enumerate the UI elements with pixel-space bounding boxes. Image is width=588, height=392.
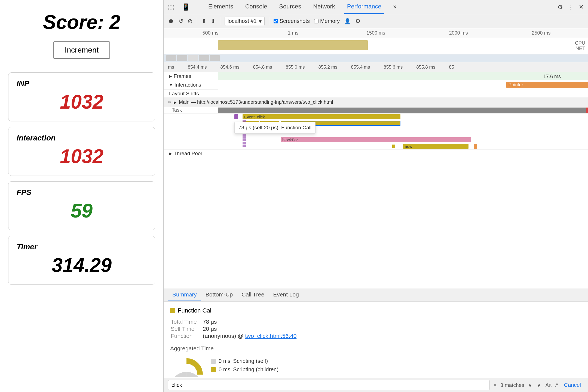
url-selector[interactable]: localhost #1 ▾ [225,17,265,26]
tick-2000: 2000 ms [417,30,500,36]
regex-button[interactable]: .* [555,382,558,388]
tab-sources[interactable]: Sources [276,0,304,14]
tooltip: 78 μs (self 20 μs) Function Call [234,122,316,134]
thread-pool-triangle[interactable]: ▶ [169,151,172,156]
memory-checkbox[interactable] [314,19,318,23]
task-track-row: Task [164,107,588,114]
layout-shifts-content [218,90,588,97]
self-time-value: 20 μs [203,326,297,332]
interactions-track-row: ▼ Interactions Pointer [164,80,588,90]
detail-ruler: ms 854.4 ms 854.6 ms 854.8 ms 855.0 ms 8… [164,62,588,72]
detail-table: Total Time 78 μs Self Time 20 μs Functio… [170,318,297,340]
function-row: Function (anonymous) @ two_click.html:56… [171,333,296,339]
close-icon[interactable]: ✕ [579,4,584,11]
timer-label: Timer [17,243,147,251]
settings-perf-icon[interactable]: ⚙ [355,18,361,25]
summary-tab[interactable]: Summary [168,289,201,301]
layout-shifts-label-text: Layout Shifts [169,91,199,97]
yellow-small-bar [392,145,395,148]
tab-more[interactable]: » [391,0,399,14]
layout-shifts-track-row: Layout Shifts [164,90,588,98]
event-log-tab[interactable]: Event Log [269,289,303,301]
inspect-icon[interactable]: ⬚ [168,3,174,11]
match-case-button[interactable]: Aa [546,382,552,388]
tab-elements[interactable]: Elements [206,0,236,14]
interactions-track-content: Pointer [218,80,588,90]
function-label: Function [171,333,202,339]
clear-icon[interactable]: ⊘ [188,18,192,25]
agg-color-scripting-self [211,359,216,364]
function-value: (anonymous) @ two_click.html:56:40 [203,333,297,339]
net-label: NET [575,46,585,51]
more-icon[interactable]: ⋮ [568,4,574,11]
download-icon[interactable]: ⬇ [211,18,216,25]
prev-match-button[interactable]: ∧ [526,381,533,389]
now-area: now [218,143,588,149]
agg-label-scripting-self: Scripting (self) [233,358,268,364]
increment-button[interactable]: Increment [53,41,110,59]
fps-card: FPS 59 [8,181,155,230]
gear-icon[interactable]: ⚙ [558,4,563,11]
tab-console[interactable]: Console [243,0,270,14]
inp-card: INP 1032 [8,72,155,121]
bottom-up-tab[interactable]: Bottom-Up [201,289,237,301]
timer-value: 314.29 [17,254,147,276]
person-icon[interactable]: 👤 [344,18,351,24]
now-bar: now [403,144,468,149]
thread-pool-label: ▶ Thread Pool [164,151,218,157]
frames-label-text: Frames [174,73,191,79]
blockfor-area: blockFor [218,136,588,143]
thread-pool-row: ▶ Thread Pool [164,150,588,157]
record-icon[interactable]: ⏺ [168,18,174,25]
interactions-triangle[interactable]: ▼ [169,83,173,87]
search-input[interactable] [168,380,490,390]
screenshot-strip [164,54,588,62]
function-link[interactable]: two_click.html:56:40 [245,333,296,339]
reload-icon[interactable]: ↺ [178,18,183,25]
upload-icon[interactable]: ⬆ [201,18,206,25]
tick-1000: 1 ms [252,30,335,36]
pencil-icon[interactable]: ✏ [168,100,171,105]
donut-area: 0 ms Scripting (self) 0 ms Scripting (ch… [170,356,581,377]
dtick-854_8: 854.8 ms [253,65,272,70]
bottom-content-area: Function Call Total Time 78 μs Self Time… [164,302,588,378]
url-text: localhost #1 [228,18,257,24]
function-call-title: Function Call [178,307,213,314]
total-time-label: Total Time [171,318,202,325]
agg-value-scripting-children: 0 ms [219,366,230,373]
event-click-bar[interactable]: Event: click [243,114,400,119]
fps-label: FPS [17,188,147,197]
dtick-85: 85 [449,65,454,70]
fps-value: 59 [17,200,147,222]
screenshots-label: Screenshots [280,18,310,24]
donut-chart [170,356,203,377]
now-label: now [405,144,412,149]
device-icon[interactable]: 📱 [182,3,190,11]
tab-performance[interactable]: Performance [344,0,384,14]
toolbar-separator-2 [220,17,220,25]
dtick-ms: ms [168,65,174,70]
frames-track-content: 17.6 ms [218,72,588,80]
main-triangle[interactable]: ▶ [174,100,177,105]
call-tree-tab[interactable]: Call Tree [237,289,269,301]
inp-label: INP [17,79,147,88]
toolbar-separator-3 [269,17,269,25]
pointer-label-text: Pointer [509,82,523,88]
search-clear-button[interactable]: ✕ [493,382,497,388]
blockfor-bar: blockFor [281,137,471,142]
tab-network[interactable]: Network [310,0,338,14]
frames-track-row: ▶ Frames 17.6 ms [164,72,588,80]
search-cancel-button[interactable]: Cancel [561,381,584,389]
frames-triangle[interactable]: ▶ [169,74,172,78]
screenshots-checkbox[interactable] [274,19,278,23]
next-match-button[interactable]: ∨ [535,381,542,389]
dtick-854_4: 854.4 ms [188,65,207,70]
score-title: Score: 2 [43,11,120,33]
function-call-header: Function Call [170,307,581,314]
match-count: 3 matches [500,382,524,388]
total-time-value: 78 μs [203,318,297,325]
thread-pool-label-text: Thread Pool [174,151,202,157]
devtools-panel: ⬚ 📱 Elements Console Sources Network Per… [163,0,588,392]
tick-500: 500 ms [169,30,252,36]
timeline-ruler: 500 ms 1 ms 1500 ms 2000 ms 2500 ms [164,28,588,38]
